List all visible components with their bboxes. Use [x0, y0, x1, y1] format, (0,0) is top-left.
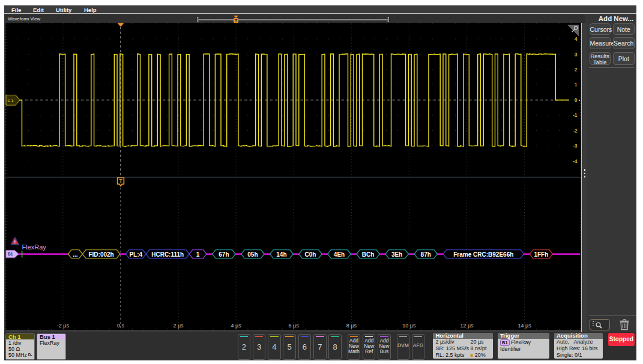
svg-text:8 µs: 8 µs: [346, 323, 357, 329]
svg-text:6 µs: 6 µs: [289, 323, 300, 329]
svg-text:C 1: C 1: [8, 98, 14, 103]
svg-text:FlexRay: FlexRay: [22, 243, 47, 251]
svg-text:2: 2: [575, 67, 578, 73]
svg-text:HCRC:111h: HCRC:111h: [151, 251, 184, 258]
svg-text:...: ...: [73, 251, 78, 258]
svg-text:1: 1: [575, 82, 578, 88]
svg-text:C0h: C0h: [305, 251, 316, 258]
svg-text:2 µs: 2 µs: [173, 323, 184, 329]
svg-text:1: 1: [196, 251, 200, 258]
svg-text:T: T: [119, 178, 122, 184]
svg-text:4Eh: 4Eh: [334, 251, 345, 258]
svg-text:1FFh: 1FFh: [534, 251, 548, 258]
svg-text:10 µs: 10 µs: [402, 323, 416, 329]
svg-text:3: 3: [575, 52, 578, 58]
svg-text:FID:002h: FID:002h: [88, 251, 113, 258]
svg-text:Frame CRC:B92E66h: Frame CRC:B92E66h: [453, 251, 513, 258]
svg-text:14 µs: 14 µs: [518, 323, 531, 329]
svg-text:!: !: [14, 239, 16, 245]
svg-text:-3: -3: [573, 143, 578, 149]
svg-text:4 µs: 4 µs: [231, 323, 241, 329]
svg-text:4: 4: [575, 36, 578, 42]
svg-text:B1: B1: [8, 252, 13, 256]
svg-text:3Eh: 3Eh: [391, 251, 402, 258]
svg-text:0: 0: [575, 97, 578, 103]
svg-text:-4: -4: [573, 158, 578, 164]
svg-text:87h: 87h: [421, 251, 431, 258]
svg-text:-1: -1: [573, 112, 578, 118]
svg-text:67h: 67h: [219, 251, 229, 258]
svg-text:-2 µs: -2 µs: [57, 323, 70, 329]
svg-text:0 s: 0 s: [117, 323, 125, 329]
svg-text:05h: 05h: [247, 251, 258, 258]
svg-text:BCh: BCh: [362, 251, 375, 258]
svg-text:PL:4: PL:4: [129, 251, 142, 258]
svg-text:-2: -2: [573, 128, 578, 134]
svg-text:14h: 14h: [276, 251, 286, 258]
svg-text:12 µs: 12 µs: [460, 323, 474, 329]
